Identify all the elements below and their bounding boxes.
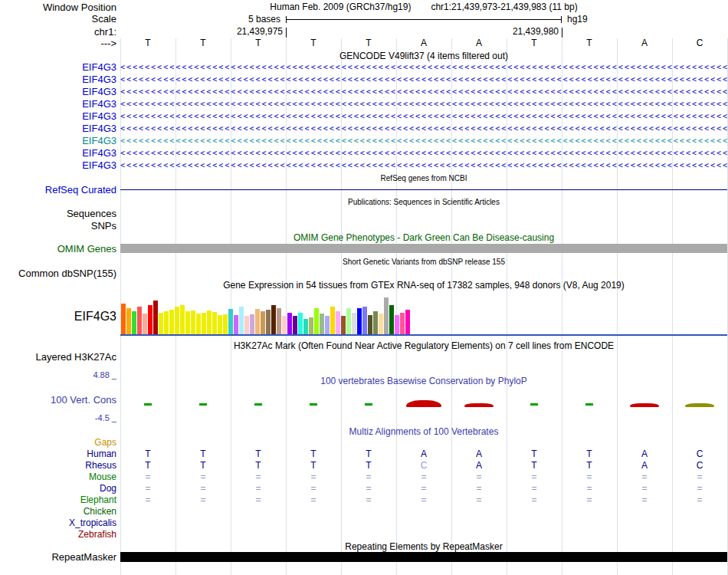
gtex-tissue-bar[interactable]	[271, 305, 276, 334]
gtex-baseline	[120, 334, 727, 336]
gtex-tissue-bar[interactable]	[250, 314, 254, 334]
gtex-bars	[0, 293, 728, 334]
gtex-tissue-bar[interactable]	[346, 308, 351, 334]
gtex-tissue-bar[interactable]	[126, 308, 131, 334]
gene-transcript-row[interactable]: EIF4G3<<<<<<<<<<<<<<<<<<<<<<<<<<<<<<<<<<…	[0, 147, 728, 159]
gtex-tissue-bar[interactable]	[234, 315, 238, 334]
gtex-tissue-bar[interactable]	[143, 314, 147, 334]
alignment-base: T	[341, 449, 396, 460]
alignment-base: C	[672, 460, 727, 472]
gtex-tissue-bar[interactable]	[379, 314, 383, 334]
gtex-tissue-bar[interactable]	[352, 313, 356, 334]
ucsc-genome-browser: Window Position Human Feb. 2009 (GRCh37/…	[0, 0, 728, 575]
gtex-tissue-bar[interactable]	[341, 316, 346, 334]
gtex-tissue-bar[interactable]	[405, 310, 410, 334]
gtex-tissue-bar[interactable]	[336, 311, 340, 334]
gtex-tissue-bar[interactable]	[137, 307, 142, 334]
gtex-tissue-bar[interactable]	[212, 312, 217, 334]
position-readout: Human Feb. 2009 (GRCh37/hg19) chr1:21,43…	[120, 2, 727, 12]
gtex-tissue-bar[interactable]	[223, 314, 228, 334]
gtex-tissue-bar[interactable]	[320, 314, 324, 334]
species-label: Mouse	[0, 472, 116, 483]
multiz-alignment: GapsHumanTTTTTAATTACRhesusTTTTTCATTACMou…	[0, 437, 728, 541]
gtex-tissue-bar[interactable]	[373, 311, 378, 334]
gtex-tissue-bar[interactable]	[202, 313, 206, 334]
gtex-tissue-bar[interactable]	[169, 310, 174, 334]
gene-transcript-row[interactable]: EIF4G3<<<<<<<<<<<<<<<<<<<<<<<<<<<<<<<<<<…	[0, 74, 728, 86]
gtex-tissue-bar[interactable]	[148, 305, 152, 334]
phylop-max-value: 4.88 _	[0, 370, 116, 380]
reverse-strand-arrows: <<<<<<<<<<<<<<<<<<<<<<<<<<<<<<<<<<<<<<<<…	[120, 74, 727, 86]
gtex-tissue-bar[interactable]	[298, 313, 303, 334]
phylop-positive-mark	[585, 403, 593, 406]
multiz-row: Zebrafish	[0, 529, 728, 540]
gtex-tissue-bar[interactable]	[325, 316, 330, 334]
alignment-base: =	[175, 472, 231, 483]
gtex-tissue-bar[interactable]	[175, 307, 179, 334]
gtex-tissue-bar[interactable]	[228, 309, 233, 334]
gtex-tissue-bar[interactable]	[180, 305, 185, 334]
gtex-tissue-bar[interactable]	[277, 308, 281, 334]
sequences-track-label: Sequences	[0, 208, 116, 219]
repeatmasker-track-row: RepeatMasker	[0, 551, 728, 563]
scale-bar	[286, 19, 562, 20]
refseq-gene-line[interactable]	[120, 189, 727, 190]
gtex-tissue-bar[interactable]	[314, 308, 319, 334]
gtex-tissue-bar[interactable]	[395, 315, 399, 334]
gtex-tissue-bar[interactable]	[196, 314, 201, 334]
multiz-row: Dog===========	[0, 483, 728, 495]
gene-transcript-row[interactable]: EIF4G3<<<<<<<<<<<<<<<<<<<<<<<<<<<<<<<<<<…	[0, 110, 728, 123]
gtex-tissue-bar[interactable]	[368, 315, 372, 334]
alignment-base: =	[451, 472, 507, 483]
gene-label: EIF4G3	[0, 135, 116, 147]
omim-track-row: OMIM Genes	[0, 243, 728, 255]
gtex-tissue-bar[interactable]	[330, 307, 335, 334]
gtex-tissue-bar[interactable]	[121, 304, 126, 334]
gene-transcript-row[interactable]: EIF4G3<<<<<<<<<<<<<<<<<<<<<<<<<<<<<<<<<<…	[0, 123, 728, 135]
gtex-tissue-bar[interactable]	[207, 310, 212, 334]
reverse-strand-arrows: <<<<<<<<<<<<<<<<<<<<<<<<<<<<<<<<<<<<<<<<…	[120, 110, 727, 123]
gene-transcript-row[interactable]: EIF4G3<<<<<<<<<<<<<<<<<<<<<<<<<<<<<<<<<<…	[0, 86, 728, 98]
gtex-tissue-bar[interactable]	[293, 316, 297, 334]
species-label: Chicken	[0, 506, 116, 518]
repeatmasker-track-label: RepeatMasker	[0, 551, 116, 563]
chromosome-label: chr1:	[0, 26, 116, 38]
gtex-tissue-bar[interactable]	[384, 297, 389, 334]
gtex-tissue-bar[interactable]	[153, 301, 158, 334]
gene-transcript-row[interactable]: EIF4G3<<<<<<<<<<<<<<<<<<<<<<<<<<<<<<<<<<…	[0, 159, 728, 172]
gtex-tissue-bar[interactable]	[218, 315, 222, 334]
gtex-tissue-bar[interactable]	[255, 309, 260, 334]
gtex-tissue-bar[interactable]	[239, 307, 244, 334]
gtex-tissue-bar[interactable]	[389, 305, 394, 334]
multiz-row: RhesusTTTTTCATTAC	[0, 460, 728, 472]
gtex-tissue-bar[interactable]	[357, 308, 362, 334]
gene-transcript-row[interactable]: EIF4G3<<<<<<<<<<<<<<<<<<<<<<<<<<<<<<<<<<…	[0, 135, 728, 147]
alignment-base: A	[617, 460, 672, 472]
gtex-tissue-bar[interactable]	[185, 311, 190, 334]
gtex-tissue-bar[interactable]	[266, 310, 271, 334]
multiz-row: Elephant===========	[0, 495, 728, 506]
gtex-tissue-bar[interactable]	[132, 311, 136, 334]
gtex-tissue-bar[interactable]	[309, 317, 313, 334]
gtex-tissue-bar[interactable]	[191, 310, 195, 334]
dbsnp-track-title: Short Genetic Variants from dbSNP releas…	[120, 258, 727, 266]
gtex-tissue-bar[interactable]	[261, 311, 265, 334]
omim-gene-bar[interactable]	[120, 244, 727, 253]
alignment-base: T	[175, 460, 231, 472]
gtex-tissue-bar[interactable]	[400, 313, 405, 334]
gene-transcript-row[interactable]: EIF4G3<<<<<<<<<<<<<<<<<<<<<<<<<<<<<<<<<<…	[0, 98, 728, 110]
gtex-tissue-bar[interactable]	[303, 319, 308, 334]
gtex-tissue-bar[interactable]	[159, 313, 163, 334]
gtex-tissue-bar[interactable]	[164, 311, 169, 334]
gtex-tissue-bar[interactable]	[362, 307, 367, 334]
alignment-base: T	[286, 460, 341, 472]
gtex-tissue-bar[interactable]	[282, 316, 287, 334]
repeat-element-bar[interactable]	[120, 552, 727, 562]
gtex-tissue-bar[interactable]	[244, 316, 249, 334]
alignment-base: =	[617, 472, 672, 483]
gene-transcript-row[interactable]: EIF4G3<<<<<<<<<<<<<<<<<<<<<<<<<<<<<<<<<<…	[0, 61, 728, 74]
gtex-tissue-bar[interactable]	[287, 313, 292, 334]
gene-label: EIF4G3	[0, 123, 116, 135]
genome-build-label: hg19	[567, 14, 588, 25]
coordinate-ruler-row: chr1: 21,439,97521,439,980	[0, 26, 728, 38]
